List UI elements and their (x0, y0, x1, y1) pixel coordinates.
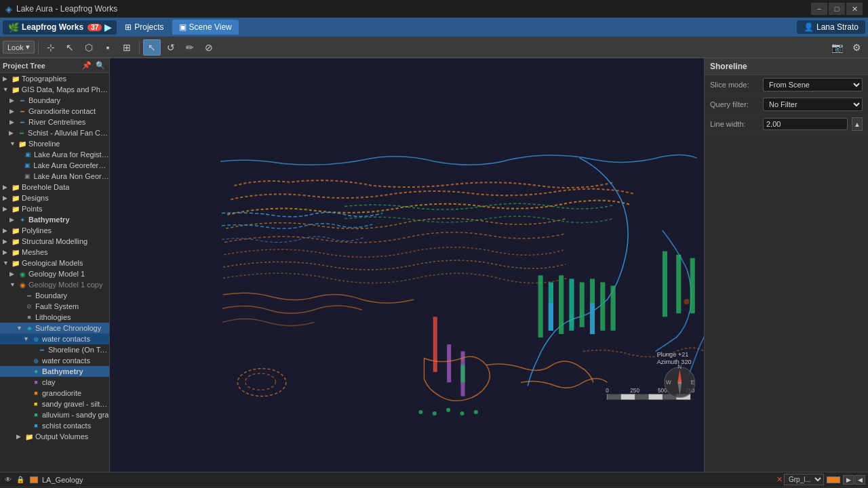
tree-item-label: Shoreline (On Top) (48, 346, 109, 354)
tree-node-icon: ━ (24, 291, 34, 300)
tree-item-label: Output Volumes (35, 432, 88, 441)
sidebar-item-schist[interactable]: ▶ ━ Schist - Alluvial Fan Conta (0, 127, 109, 138)
sidebar-pin-btn[interactable]: 📌 (81, 60, 93, 70)
svg-rect-10 (559, 275, 564, 334)
sidebar-item-alluvium[interactable]: ■ alluvium - sandy gra (0, 409, 109, 420)
tree-node-icon: ✦ (31, 367, 41, 376)
sidebar-item-water-contacts2[interactable]: ⊕ water contacts (0, 355, 109, 366)
scene-icon: ▣ (179, 22, 186, 32)
sidebar-item-geological-models[interactable]: ▼ 📁 Geological Models (0, 258, 109, 268)
sidebar-item-boundary2[interactable]: ━ Boundary (0, 290, 109, 301)
layer-row-la-geology[interactable]: 👁 🔒 LA_Geology ✕ Grp_l... ▶ ◀ (0, 472, 868, 487)
sidebar-item-boundary[interactable]: ▶ ━ Boundary (0, 95, 109, 106)
user-menu[interactable]: 👤 Lana Strato (797, 20, 865, 34)
tree-item-label: Bathymetry (28, 216, 70, 224)
tree-node-icon: 📁 (24, 432, 34, 441)
tree-item-label: Points (22, 205, 43, 213)
sidebar-item-designs[interactable]: ▶ 📁 Designs (0, 192, 109, 203)
sidebar-item-surface-chron[interactable]: ▼ ◈ Surface Chronology (0, 323, 109, 333)
sidebar-item-bathymetry[interactable]: ▶ ✦ Bathymetry (0, 214, 109, 225)
tree-item-label: alluvium - sandy gra (42, 411, 108, 419)
sidebar-item-geology-model-1-copy[interactable]: ▼ ◉ Geology Model 1 copy (0, 279, 109, 290)
slice-mode-select[interactable]: From Scene (763, 78, 863, 92)
sidebar-item-water-contacts[interactable]: ▼ ⊕ water contacts (0, 333, 109, 344)
layer-controls-la-geology: ✕ Grp_l... ▶ ◀ (776, 474, 865, 485)
query-filter-select[interactable]: No Filter (763, 98, 863, 111)
sidebar-item-shoreline-on-top[interactable]: ━ Shoreline (On Top) (0, 344, 109, 355)
line-width-input[interactable] (763, 118, 848, 130)
sidebar-item-shoreline[interactable]: ▼ 📁 Shoreline (0, 138, 109, 149)
mesh-tool[interactable]: ⬡ (80, 39, 98, 56)
camera-controls: 📷 ⚙ (828, 39, 865, 56)
tree-node-icon: 📁 (11, 258, 20, 268)
tree-item-label: Polylines (22, 226, 52, 235)
layer-btn1-la-geology[interactable]: ▶ (843, 475, 854, 485)
sidebar-item-sandy-gravel[interactable]: ■ sandy gravel - silt co (0, 399, 109, 409)
sidebar-item-clay[interactable]: ■ clay (0, 377, 109, 388)
tree-container: ▶ 📁 Topographies ▼ 📁 GIS Data, Maps and … (0, 73, 109, 442)
tree-node-icon: ■ (31, 399, 41, 409)
settings-button[interactable]: ⚙ (848, 39, 865, 56)
close-button[interactable]: ✕ (846, 3, 863, 15)
cursor-tool[interactable]: ↖ (143, 39, 161, 56)
sidebar-item-borehole-data[interactable]: ▶ 📁 Borehole Data (0, 182, 109, 192)
screenshot-button[interactable]: 📷 (828, 39, 846, 56)
tab-scene-view[interactable]: ▣ Scene View (172, 20, 239, 35)
app-icon: ◈ (5, 4, 12, 14)
tree-node-icon: 📁 (11, 204, 20, 214)
erase-tool[interactable]: ⊘ (200, 39, 218, 56)
app-logo[interactable]: 🌿 Leapfrog Works 37 ▶ (3, 20, 117, 35)
sidebar-item-geology-model-1[interactable]: ▶ ◉ Geology Model 1 (0, 268, 109, 279)
line-width-increment[interactable]: ▲ (852, 117, 863, 131)
sidebar-item-schist-contacts[interactable]: ■ schist contacts (0, 420, 109, 431)
layer-remove-la-geology[interactable]: ✕ (776, 475, 783, 484)
slice-mode-row: Slice mode: From Scene (705, 75, 868, 95)
sidebar-item-output-volumes[interactable]: ▶ 📁 Output Volumes (0, 431, 109, 442)
svg-rect-19 (690, 258, 695, 313)
svg-text:E: E (691, 380, 695, 386)
sidebar-item-river-centrelines[interactable]: ▶ ━ River Centrelines (0, 117, 109, 127)
cube-tool[interactable]: ▪ (99, 39, 117, 56)
layer-vis-toggle-la-geology[interactable]: 👁 (3, 475, 14, 485)
line-width-row: Line width: ▲ (705, 115, 868, 134)
minimize-button[interactable]: − (811, 3, 827, 15)
tree-arrow: ▼ (9, 140, 18, 147)
query-filter-label: Query filter: (710, 100, 759, 108)
sidebar-item-bathymetry2[interactable]: ✦ Bathymetry (0, 366, 109, 377)
look-button[interactable]: Look ▾ (3, 41, 35, 54)
tree-arrow: ▼ (3, 260, 11, 266)
tree-node-icon: ■ (31, 410, 41, 420)
sidebar-item-points[interactable]: ▶ 📁 Points (0, 203, 109, 214)
sidebar-item-meshes[interactable]: ▶ 📁 Meshes (0, 247, 109, 258)
sidebar-item-granodiorite2[interactable]: ■ granodiorite (0, 388, 109, 399)
sidebar-item-topographies[interactable]: ▶ 📁 Topographies (0, 73, 109, 84)
sidebar-item-granodiorite-contact[interactable]: ▶ ━ Granodiorite contact (0, 106, 109, 117)
expand-tool[interactable]: ⊞ (118, 39, 136, 56)
orbit-tool[interactable]: ↺ (162, 39, 180, 56)
pointer-tool[interactable]: ↖ (61, 39, 79, 56)
select-tool[interactable]: ⊹ (42, 39, 60, 56)
layer-btn2-la-geology[interactable]: ◀ (854, 475, 865, 485)
draw-tool[interactable]: ✏ (181, 39, 199, 56)
sidebar-item-lake-aura-reg[interactable]: ▣ Lake Aura for Registratio (0, 149, 109, 160)
tree-item-label: River Centrelines (28, 118, 85, 126)
layer-slice-mode-la-geology[interactable]: Grp_l... (784, 474, 824, 485)
sidebar-item-gis-data[interactable]: ▼ 📁 GIS Data, Maps and Photos (0, 84, 109, 95)
tree-node-icon: ■ (24, 312, 34, 322)
sidebar-item-lake-aura-geo[interactable]: ▣ Lake Aura Georeferenced (0, 160, 109, 171)
maximize-button[interactable]: □ (829, 3, 845, 15)
sidebar-item-structural-modelling[interactable]: ▶ 📁 Structural Modelling (0, 236, 109, 247)
tab-projects[interactable]: ⊞ Projects (118, 20, 170, 35)
tree-arrow: ▶ (3, 227, 11, 234)
tree-item-label: Geological Models (22, 259, 83, 267)
sidebar-item-lake-aura-non[interactable]: ▣ Lake Aura Non Georefere (0, 171, 109, 182)
tree-node-icon: 📁 (11, 237, 20, 246)
sidebar-search-btn[interactable]: 🔍 (94, 60, 106, 70)
tree-item-label: GIS Data, Maps and Photos (22, 85, 109, 94)
sidebar-item-polylines[interactable]: ▶ 📁 Polylines (0, 225, 109, 236)
layer-lock-la-geology: 🔒 (16, 476, 26, 483)
sidebar-item-lithologies[interactable]: ■ Lithologies (0, 312, 109, 323)
scene-view[interactable]: 0 250 500 750 E W N Plunge +2 (110, 58, 704, 472)
query-filter-row: Query filter: No Filter (705, 95, 868, 115)
sidebar-item-fault-system[interactable]: ⊘ Fault System (0, 301, 109, 312)
